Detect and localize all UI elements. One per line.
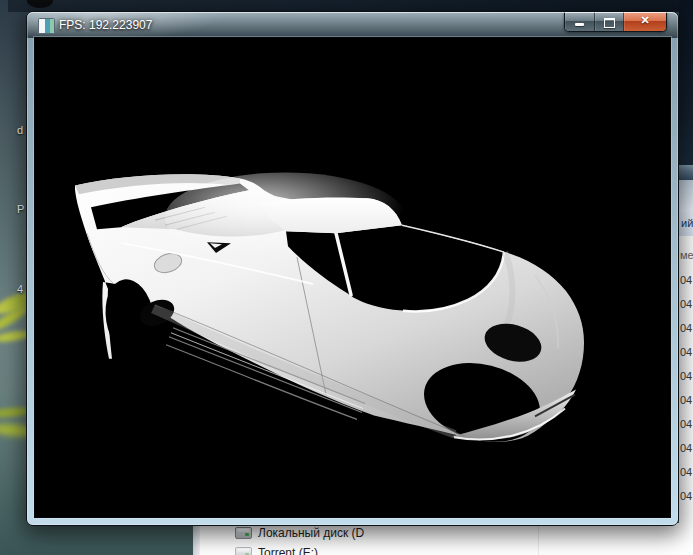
maximize-button[interactable] xyxy=(594,12,623,31)
file-row-fragment: 04 xyxy=(680,340,693,364)
hard-disk-icon xyxy=(235,527,252,539)
desktop: { "window": { "title": "FPS: 192.223907"… xyxy=(0,0,693,555)
explorer-toolbar-band xyxy=(679,165,693,180)
background-explorer-right-sliver: ий ме 04040404040404040404 xyxy=(679,0,693,555)
app-icon xyxy=(38,18,55,34)
file-row-fragment: 04 xyxy=(680,268,693,292)
file-row-fragment: 04 xyxy=(680,412,693,436)
explorer-file-list-fragment: ме 04040404040404040404 xyxy=(679,236,693,555)
desktop-icon-label-fragment[interactable]: P xyxy=(17,203,24,215)
file-row-fragment: 04 xyxy=(680,292,693,316)
explorer-header-area xyxy=(679,180,693,211)
file-row-fragment: 04 xyxy=(680,484,693,508)
minimize-icon xyxy=(575,23,584,26)
window-title: FPS: 192.223907 xyxy=(59,18,152,32)
car-model-render xyxy=(35,38,670,517)
render-window: FPS: 192.223907 ✕ xyxy=(26,11,679,526)
explorer-toolbar-fragment xyxy=(679,0,693,165)
file-row-fragment: 04 xyxy=(680,388,693,412)
close-icon: ✕ xyxy=(624,14,666,27)
caption-buttons: ✕ xyxy=(564,12,667,32)
drive-item[interactable]: Локальный диск (D xyxy=(235,526,364,540)
pane-edge xyxy=(193,523,200,555)
file-list-text-fragment: ме xyxy=(679,236,693,268)
drive-label: Локальный диск (D xyxy=(258,526,364,540)
pane-divider xyxy=(538,523,539,555)
explorer-navigation-pane: Локальный диск (D Torrent (Е:) xyxy=(193,523,693,555)
desktop-icon-label-fragment[interactable]: d xyxy=(17,124,23,136)
hard-disk-icon xyxy=(235,547,252,555)
file-row-fragments: 04040404040404040404 xyxy=(679,268,693,508)
render-viewport[interactable] xyxy=(34,37,671,518)
file-row-fragment: 04 xyxy=(680,364,693,388)
minimize-button[interactable] xyxy=(565,12,594,31)
close-button[interactable]: ✕ xyxy=(623,12,666,31)
file-row-fragment: 04 xyxy=(680,436,693,460)
column-header-fragment: ий xyxy=(679,211,693,236)
file-row-fragment: 04 xyxy=(680,316,693,340)
drive-item[interactable]: Torrent (Е:) xyxy=(235,546,318,555)
drive-label: Torrent (Е:) xyxy=(258,546,318,555)
file-row-fragment: 04 xyxy=(680,460,693,484)
desktop-icon-label-fragment[interactable]: 4 xyxy=(17,283,23,295)
maximize-icon xyxy=(604,18,615,28)
